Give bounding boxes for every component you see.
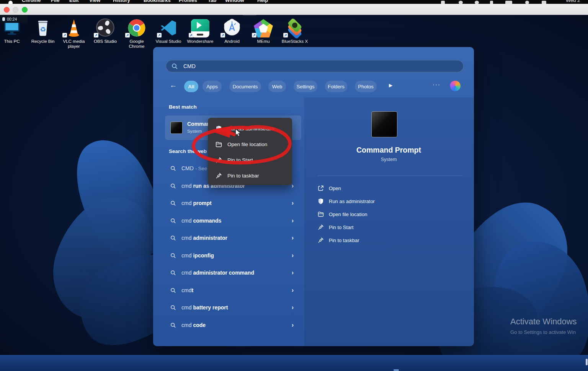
control-center-icon[interactable] — [542, 1, 546, 4]
desktop-icon-obs[interactable]: ↗ OBS Studio — [90, 17, 121, 44]
menubar-item-history[interactable]: History — [113, 0, 130, 3]
filter-tab-documents[interactable]: Documents — [229, 81, 261, 92]
desktop-icon-memu[interactable]: ↗ MEmu — [248, 17, 279, 44]
menubar-item-edit[interactable]: Edit — [69, 0, 79, 3]
status-icon[interactable] — [475, 1, 479, 4]
filter-overflow-arrow-icon[interactable]: ▶ — [389, 83, 392, 88]
menubar-item-chrome[interactable]: Chrome — [22, 0, 41, 3]
desktop-icon-recycle-bin[interactable]: ♻ Recycle Bin — [28, 17, 58, 44]
status-icon[interactable] — [490, 1, 493, 4]
minimize-window-button[interactable] — [13, 7, 18, 13]
desktop-icon-label: BlueStacks X — [279, 39, 310, 44]
search-icon — [170, 183, 176, 189]
desktop-icon-vscode[interactable]: ↗ Visual Studio — [153, 17, 184, 44]
suggestion-text: cmd — [181, 287, 191, 293]
chevron-right-icon[interactable]: › — [292, 252, 294, 259]
desktop-icon-chrome[interactable]: ↗ Google Chrome — [121, 17, 152, 49]
suggestion-text: cmd — [181, 304, 191, 311]
filter-tab-photos[interactable]: Photos — [355, 81, 377, 92]
recycle-bin-icon: ♻ — [28, 17, 58, 37]
chevron-right-icon[interactable]: › — [292, 287, 294, 294]
command-prompt-icon-large — [371, 111, 397, 137]
chevron-right-icon[interactable]: › — [292, 322, 294, 329]
menubar-item-bookmarks[interactable]: Bookmarks — [144, 0, 171, 3]
chevron-right-icon[interactable]: › — [292, 234, 294, 241]
wondershare-filmora-icon: ↗ — [185, 17, 216, 37]
menubar-clock[interactable]: Wed 2 — [566, 0, 580, 3]
search-suggestion-row[interactable]: cmd battery report › — [166, 299, 297, 316]
suggestion-text-bold: administrator — [193, 235, 227, 241]
filter-tab-web[interactable]: Web — [268, 81, 286, 92]
context-menu-label: Run as administrator — [227, 126, 275, 132]
action-open-file-location[interactable]: Open file location — [318, 209, 463, 220]
shortcut-arrow-icon: ↗ — [62, 33, 67, 37]
context-menu-item-open-file-location[interactable]: Open file location — [208, 137, 292, 152]
folder-icon — [216, 141, 222, 148]
battery-icon[interactable] — [505, 1, 512, 4]
apple-menu-icon[interactable] — [8, 1, 13, 4]
menubar-item-help[interactable]: Help — [257, 0, 268, 3]
filter-tab-all[interactable]: All — [184, 81, 198, 92]
close-window-button[interactable] — [4, 7, 10, 13]
chevron-right-icon[interactable]: › — [292, 269, 294, 276]
recording-timer: 00:24 — [7, 17, 17, 21]
action-label: Pin to taskbar — [329, 238, 359, 243]
action-pin-to-start[interactable]: Pin to Start — [318, 222, 463, 233]
pin-icon — [318, 237, 324, 243]
filter-tab-apps[interactable]: Apps — [203, 81, 222, 92]
filter-tab-folders[interactable]: Folders — [325, 81, 347, 92]
action-pin-to-taskbar[interactable]: Pin to taskbar — [318, 235, 463, 246]
search-input[interactable] — [183, 63, 414, 70]
shortcut-arrow-icon: ↗ — [189, 33, 193, 37]
tray-edge-icon[interactable] — [586, 359, 588, 365]
shield-icon — [318, 198, 324, 204]
menubar-item-file[interactable]: File — [51, 0, 59, 3]
more-options-button[interactable]: ··· — [433, 81, 441, 88]
back-arrow-icon[interactable]: ← — [170, 81, 177, 89]
filter-tab-settings[interactable]: Settings — [294, 81, 317, 92]
action-open[interactable]: Open — [318, 183, 463, 194]
search-suggestion-row[interactable]: cmd code › — [166, 317, 297, 334]
desktop-icon-label: Wondershare — [185, 39, 216, 44]
search-suggestion-row[interactable]: cmd t › — [166, 282, 297, 299]
status-icon[interactable] — [459, 1, 463, 4]
suggestion-text: CMD — [181, 165, 194, 171]
suggestion-text: cmd — [181, 218, 191, 224]
divider — [318, 176, 462, 176]
desktop-icon-android-studio[interactable]: ↗ Android — [217, 17, 247, 44]
zoom-window-button[interactable] — [22, 7, 28, 13]
menubar-item-view[interactable]: View — [89, 0, 100, 3]
open-icon — [318, 185, 324, 191]
context-menu: Run as administrator Open file location … — [208, 118, 292, 185]
search-suggestion-row[interactable]: cmd administrator › — [166, 229, 297, 246]
search-suggestion-row[interactable]: cmd prompt › — [166, 195, 297, 212]
action-run-as-admin[interactable]: Run as administrator — [318, 196, 463, 207]
search-suggestion-row[interactable]: cmd administrator command › — [166, 264, 297, 281]
context-menu-item-pin-to-start[interactable]: Pin to Start — [208, 152, 292, 168]
status-icon[interactable] — [441, 1, 445, 4]
search-icon — [170, 288, 176, 293]
pin-icon — [216, 172, 222, 179]
suggestion-text-bold: ipconfig — [193, 252, 214, 259]
desktop-icon-bluestacks[interactable]: ↗ BlueStacks X — [279, 17, 310, 44]
menubar-item-tab[interactable]: Tab — [208, 0, 216, 3]
menubar-item-window[interactable]: Window — [225, 0, 244, 3]
desktop-icon-wondershare[interactable]: ↗ Wondershare — [185, 17, 216, 44]
search-suggestion-row[interactable]: cmd commands › — [166, 212, 297, 229]
shortcut-arrow-icon: ↗ — [157, 33, 162, 37]
search-suggestion-row[interactable]: cmd ipconfig › — [166, 247, 297, 264]
search-box[interactable] — [166, 60, 464, 72]
desktop-icon-vlc[interactable]: ↗ VLC media player — [59, 17, 89, 49]
obs-studio-icon: ↗ — [90, 17, 121, 37]
chevron-right-icon[interactable]: › — [292, 217, 294, 224]
chevron-right-icon[interactable]: › — [292, 200, 294, 207]
context-menu-item-run-as-admin[interactable]: Run as administrator — [208, 121, 292, 137]
menubar-item-profiles[interactable]: Profiles — [179, 0, 197, 3]
spotlight-icon[interactable] — [525, 1, 529, 4]
context-menu-item-pin-to-taskbar[interactable]: Pin to taskbar — [208, 168, 292, 184]
shortcut-arrow-icon: ↗ — [94, 33, 98, 37]
visual-studio-code-icon: ↗ — [153, 17, 184, 37]
search-icon — [170, 166, 176, 171]
chevron-right-icon[interactable]: › — [292, 304, 294, 311]
action-label: Open file location — [329, 212, 367, 217]
